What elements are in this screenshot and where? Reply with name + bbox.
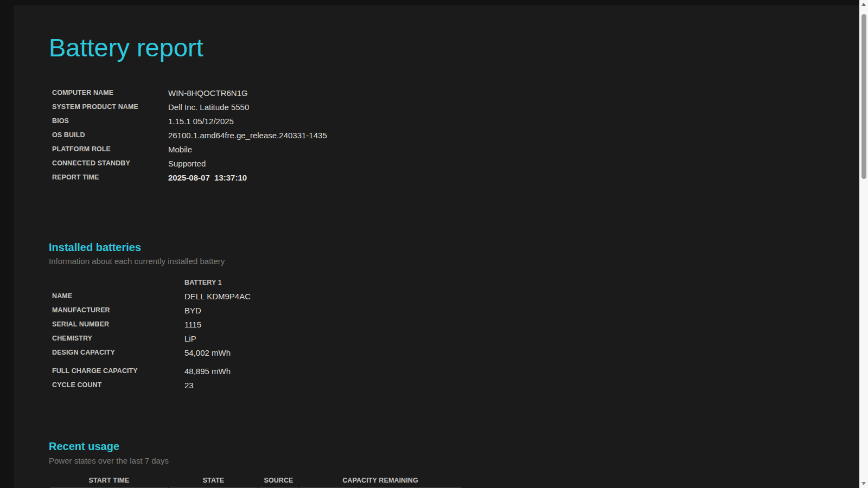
- row-value: 1.15.1 05/12/2025: [168, 114, 327, 128]
- table-row: BIOS 1.15.1 05/12/2025: [49, 114, 327, 128]
- row-value: 48,895 mWh: [184, 364, 251, 378]
- row-value: 54,002 mWh: [184, 345, 251, 359]
- usage-header-row: START TIME STATE SOURCE CAPACITY REMAINI…: [50, 474, 461, 487]
- row-value: Dell Inc. Latitude 5550: [168, 100, 327, 114]
- recent-usage-table: START TIME STATE SOURCE CAPACITY REMAINI…: [49, 474, 462, 488]
- table-row: CYCLE COUNT 23: [49, 378, 251, 392]
- row-label: SYSTEM PRODUCT NAME: [49, 100, 168, 114]
- table-row: CONNECTED STANDBY Supported: [49, 156, 327, 170]
- table-row: MANUFACTURER BYD: [49, 303, 251, 317]
- battery-report-page: Battery report COMPUTER NAME WIN-8HQOCTR…: [14, 5, 859, 488]
- row-value: WIN-8HQOCTR6N1G: [168, 86, 327, 100]
- table-row: NAME DELL KDM9P4AC: [49, 289, 251, 303]
- table-row: COMPUTER NAME WIN-8HQOCTR6N1G: [49, 86, 327, 100]
- scrollbar-thumb[interactable]: [861, 14, 866, 179]
- row-value: 1115: [184, 317, 251, 331]
- column-header-state: STATE: [169, 474, 258, 487]
- row-value: Supported: [168, 156, 327, 170]
- table-row: PLATFORM ROLE Mobile: [49, 142, 327, 156]
- row-label: FULL CHARGE CAPACITY: [49, 364, 184, 378]
- table-row: OS BUILD 26100.1.amd64fre.ge_release.240…: [49, 128, 327, 142]
- installed-batteries-table: BATTERY 1 NAME DELL KDM9P4AC MANUFACTURE…: [49, 276, 251, 392]
- table-row: FULL CHARGE CAPACITY 48,895 mWh: [49, 364, 251, 378]
- row-label: PLATFORM ROLE: [49, 142, 168, 156]
- row-label: BIOS: [49, 114, 168, 128]
- page-title: Battery report: [49, 31, 859, 64]
- row-label: DESIGN CAPACITY: [49, 345, 184, 359]
- scrollbar-up-button[interactable]: [859, 0, 868, 9]
- table-row: BATTERY 1: [49, 276, 251, 289]
- empty-cell: [49, 276, 184, 289]
- row-label: NAME: [49, 289, 184, 303]
- row-label: COMPUTER NAME: [49, 86, 168, 100]
- column-header-capacity-remaining: CAPACITY REMAINING: [299, 474, 461, 487]
- row-spacer: [49, 359, 251, 364]
- row-label: OS BUILD: [49, 128, 168, 142]
- row-value: 23: [184, 378, 251, 392]
- arrow-up-icon: [861, 3, 866, 6]
- recent-usage-subtitle: Power states over the last 7 days: [49, 455, 859, 466]
- row-label: CYCLE COUNT: [49, 378, 184, 392]
- scrollbar-down-button[interactable]: [859, 479, 868, 488]
- arrow-down-icon: [861, 482, 866, 485]
- recent-usage-heading: Recent usage: [49, 439, 859, 453]
- column-header-start-time: START TIME: [50, 474, 168, 487]
- table-row: DESIGN CAPACITY 54,002 mWh: [49, 345, 251, 359]
- installed-batteries-heading: Installed batteries: [49, 240, 859, 254]
- row-label: CONNECTED STANDBY: [49, 156, 168, 170]
- row-value: Mobile: [168, 142, 327, 156]
- vertical-scrollbar[interactable]: [859, 0, 868, 488]
- system-info-table: COMPUTER NAME WIN-8HQOCTR6N1G SYSTEM PRO…: [49, 86, 327, 184]
- table-row: SYSTEM PRODUCT NAME Dell Inc. Latitude 5…: [49, 100, 327, 114]
- installed-batteries-subtitle: Information about each currently install…: [49, 256, 859, 267]
- battery-column-header: BATTERY 1: [184, 276, 251, 289]
- table-row: CHEMISTRY LiP: [49, 331, 251, 345]
- report-time-value: 2025-08-07 13:37:10: [168, 170, 327, 184]
- column-header-source: SOURCE: [259, 474, 298, 487]
- row-label: REPORT TIME: [49, 170, 168, 184]
- table-row: SERIAL NUMBER 1115: [49, 317, 251, 331]
- row-value: DELL KDM9P4AC: [184, 289, 251, 303]
- browser-viewport: Battery report COMPUTER NAME WIN-8HQOCTR…: [0, 0, 868, 488]
- row-label: MANUFACTURER: [49, 303, 184, 317]
- row-label: CHEMISTRY: [49, 331, 184, 345]
- row-value: BYD: [184, 303, 251, 317]
- row-value: LiP: [184, 331, 251, 345]
- row-label: SERIAL NUMBER: [49, 317, 184, 331]
- table-row: REPORT TIME 2025-08-07 13:37:10: [49, 170, 327, 184]
- row-value: 26100.1.amd64fre.ge_release.240331-1435: [168, 128, 327, 142]
